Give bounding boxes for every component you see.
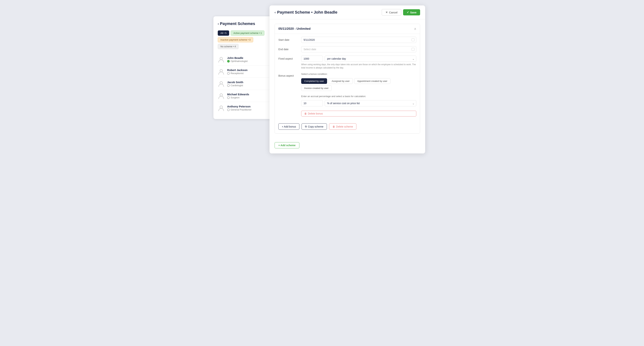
delete-bonus-label: Delete bonus <box>308 112 323 115</box>
delete-scheme-label: Delete scheme <box>336 125 353 128</box>
avatar-icon <box>218 56 224 63</box>
bonus-condition-label: Select a bonus condition: <box>301 73 416 75</box>
employee-name: Michael Edwards <box>227 93 249 96</box>
employee-info: John Beadle Ophthalmologist <box>227 56 248 63</box>
role-status-dot <box>227 96 230 99</box>
start-date-input-wrap <box>301 37 416 43</box>
employee-role: Receptionist <box>227 72 248 75</box>
back-icon-modal[interactable]: ‹ <box>274 11 276 14</box>
accrual-amount-input[interactable] <box>301 100 323 106</box>
modal-title-text: Payment Scheme • John Beadle <box>277 10 338 15</box>
modal-header: ‹ Payment Scheme • John Beadle ✕ Cancel … <box>270 6 425 19</box>
accrual-basis-select[interactable]: % of service cost on price list % of ser… <box>325 100 416 106</box>
start-date-row: Start date <box>278 37 416 43</box>
filter-no-scheme[interactable]: No scheme • 4 <box>218 44 238 49</box>
save-button[interactable]: ✓ Save <box>403 9 420 16</box>
start-date-wrap <box>301 37 416 43</box>
scheme-section: 05/11/2020 - Unlimited ∧ Start date <box>274 24 420 134</box>
end-date-label: End date <box>278 46 298 51</box>
left-panel: ‹ Payment Schemes All • 5 Active payment… <box>214 16 275 119</box>
bonus-tab-appointment[interactable]: Appointment created by user <box>354 78 390 84</box>
employee-item-anthony-peterson[interactable]: Anthony Peterson General Practitioner <box>218 102 270 114</box>
end-date-row: End date <box>278 46 416 52</box>
employee-item-michael-edwards[interactable]: Michael Edwards Surgeon <box>218 90 270 102</box>
filter-inactive[interactable]: Inactive payment scheme • 0 <box>218 37 253 42</box>
role-status-dot <box>227 60 230 63</box>
scheme-content: Start date End date <box>275 34 420 123</box>
bonus-aspect-wrap: Select a bonus condition: Completed by u… <box>301 73 416 117</box>
scheme-actions: + Add bonus ⧉ Copy scheme 🗑 Delete schem… <box>275 123 420 133</box>
delete-bonus-trash-icon: 🗑 <box>304 112 307 115</box>
delete-scheme-button[interactable]: 🗑 Delete scheme <box>329 123 356 130</box>
employee-item-robert-jackson[interactable]: Robert Jackson Receptionist <box>218 66 270 78</box>
cancel-x-icon: ✕ <box>386 11 388 14</box>
svg-point-2 <box>220 82 222 84</box>
employee-info: Michael Edwards Surgeon <box>227 93 249 99</box>
back-icon-left[interactable]: ‹ <box>218 22 219 26</box>
modal-body: 05/11/2020 - Unlimited ∧ Start date <box>270 19 425 142</box>
filter-tags: All • 5 Active payment scheme • 1 Inacti… <box>218 31 270 49</box>
employee-info: Jacob Smith Cardiologist <box>227 81 243 87</box>
avatar-icon <box>218 80 224 87</box>
end-date-input-wrap <box>301 46 416 52</box>
avatar-icon <box>218 105 224 111</box>
employee-role: Cardiologist <box>227 84 243 87</box>
employee-name: Robert Jackson <box>227 69 248 72</box>
fixed-aspect-row: Fixed aspect per calendar day per workin… <box>278 56 416 69</box>
employee-role: General Practitioner <box>227 108 252 111</box>
fixed-period-select-wrap: per calendar day per working day per mon… <box>325 56 416 62</box>
accrual-row: % of service cost on price list % of ser… <box>301 100 416 106</box>
collapse-icon[interactable]: ∧ <box>414 27 416 31</box>
save-check-icon: ✓ <box>407 11 409 14</box>
avatar-icon <box>218 92 224 99</box>
fixed-aspect-label: Fixed aspect <box>278 56 298 60</box>
scheme-header-title: 05/11/2020 - Unlimited <box>278 27 310 31</box>
delete-scheme-trash-icon: 🗑 <box>332 125 335 128</box>
fixed-period-select[interactable]: per calendar day per working day per mon… <box>325 56 416 62</box>
employee-item-john-beadle[interactable]: John Beadle Ophthalmologist <box>218 54 270 66</box>
start-date-checkbox[interactable] <box>412 39 414 41</box>
fixed-aspect-hint: When using working days, the only days t… <box>301 63 416 69</box>
copy-scheme-button[interactable]: ⧉ Copy scheme <box>302 123 327 130</box>
start-date-input[interactable] <box>301 37 416 43</box>
delete-bonus-button[interactable]: 🗑 Delete bonus <box>301 111 416 117</box>
fixed-amount-input[interactable] <box>301 56 323 62</box>
add-bonus-button[interactable]: + Add bonus <box>278 123 299 130</box>
employee-role: Surgeon <box>227 96 249 99</box>
bonus-tab-assigned[interactable]: Assigned by user <box>328 78 353 84</box>
svg-point-4 <box>220 106 222 108</box>
end-date-input[interactable] <box>301 46 416 52</box>
bonus-tab-invoice[interactable]: Invoice created by user <box>301 85 332 91</box>
employee-item-jacob-smith[interactable]: Jacob Smith Cardiologist <box>218 78 270 90</box>
employee-name: Anthony Peterson <box>227 105 252 108</box>
filter-all[interactable]: All • 5 <box>218 31 229 36</box>
role-status-dot <box>227 72 230 75</box>
modal-title: ‹ Payment Scheme • John Beadle <box>274 10 338 15</box>
cancel-label: Cancel <box>389 11 398 14</box>
fixed-aspect-controls: per calendar day per working day per mon… <box>301 56 416 62</box>
add-scheme-button[interactable]: + Add scheme <box>274 142 299 148</box>
filter-active[interactable]: Active payment scheme • 1 <box>230 31 264 36</box>
role-status-dot <box>227 109 230 111</box>
scheme-header[interactable]: 05/11/2020 - Unlimited ∧ <box>275 24 420 34</box>
page-container: ‹ Payment Schemes All • 5 Active payment… <box>214 6 430 153</box>
cancel-button[interactable]: ✕ Cancel <box>382 9 401 16</box>
svg-point-3 <box>220 94 222 96</box>
employee-name: Jacob Smith <box>227 81 243 84</box>
role-status-dot <box>227 84 230 87</box>
employee-role: Ophthalmologist <box>227 60 248 63</box>
bonus-aspect-label: Bonus aspect <box>278 73 298 77</box>
right-panel: ‹ Payment Scheme • John Beadle ✕ Cancel … <box>270 6 425 153</box>
avatar-icon <box>218 68 224 75</box>
accrual-basis-select-wrap: % of service cost on price list % of ser… <box>325 100 416 106</box>
employee-list: John Beadle Ophthalmologist Robert Jacks… <box>218 54 270 114</box>
end-date-wrap <box>301 46 416 52</box>
start-date-label: Start date <box>278 37 298 41</box>
panel-title: ‹ Payment Schemes <box>218 21 270 26</box>
left-panel-title: Payment Schemes <box>220 21 255 26</box>
bonus-aspect-row: Bonus aspect Select a bonus condition: C… <box>278 73 416 117</box>
save-label: Save <box>410 11 416 14</box>
bonus-tab-completed[interactable]: Completed by user <box>301 78 327 84</box>
copy-icon: ⧉ <box>305 125 307 128</box>
end-date-checkbox[interactable] <box>412 48 414 51</box>
